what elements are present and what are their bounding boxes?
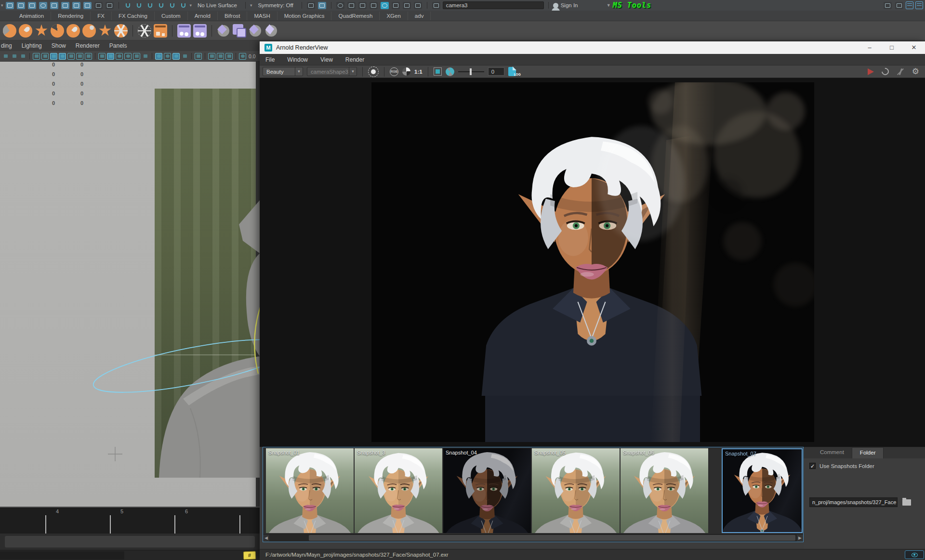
script-editor-icon[interactable]: # [243, 551, 256, 560]
grid-toggle-icon[interactable] [33, 53, 40, 60]
shelf-tab-xgen[interactable]: XGen [380, 12, 408, 20]
snapshot-thumbnail[interactable]: Snapshot_3 [355, 448, 442, 533]
lock-icon[interactable] [94, 2, 103, 9]
scroll-left-arrow[interactable]: ◀ [263, 534, 269, 542]
select-tool-icon[interactable] [6, 2, 14, 9]
bookmark-icon[interactable] [2, 53, 9, 60]
isolate-select-icon[interactable] [195, 53, 202, 60]
maya-viewport[interactable]: 51088500 101399300 50497600 100016500 55… [0, 62, 260, 507]
render-play-icon[interactable] [868, 68, 874, 75]
debug-shading-disabled-icon[interactable] [897, 68, 904, 76]
emit-from-object-icon[interactable] [19, 24, 32, 38]
paint-select-icon[interactable] [28, 2, 36, 9]
shelf-tab-arnold[interactable]: Arnold [188, 12, 218, 20]
mash-eraser-icon[interactable] [264, 24, 278, 38]
wireframe-icon[interactable] [98, 53, 106, 60]
snap-point-icon[interactable] [146, 2, 154, 9]
use-all-lights-icon[interactable] [124, 53, 132, 60]
resolution-gate-icon[interactable] [50, 53, 57, 60]
hypershade-icon[interactable] [381, 2, 389, 9]
exposure-icon[interactable] [181, 53, 188, 60]
use-snapshots-folder-checkbox[interactable]: ✓ [809, 463, 816, 469]
snap-grid-icon[interactable] [124, 2, 132, 9]
symmetry-caret[interactable]: ▾ [250, 3, 252, 8]
shelf-tab-quadremesh[interactable]: QuadRemesh [331, 12, 380, 20]
command-line[interactable]: # [0, 550, 260, 560]
snapshot-thumbnail-selected[interactable]: Snapshot_07 [722, 448, 803, 533]
command-input[interactable] [0, 551, 124, 560]
shelf-tab-custom[interactable]: Custom [155, 12, 188, 20]
symmetry-label[interactable]: Symmetry: Off [258, 2, 293, 8]
cursor-icon[interactable] [106, 2, 114, 9]
move-tool-icon[interactable] [39, 2, 47, 9]
zoom-ratio-label[interactable]: 1:1 [414, 69, 423, 75]
pause-icon[interactable] [414, 2, 422, 9]
scale-tool-icon[interactable] [61, 2, 69, 9]
camera-dropdown[interactable]: cameraShape3 ▼ [307, 67, 357, 76]
panel-menu-show[interactable]: Show [52, 42, 66, 49]
exposure-value-field[interactable]: 0 [488, 67, 504, 76]
shaded-mode-icon[interactable] [107, 53, 114, 60]
renderview-titlebar[interactable]: M Arnold RenderView – □ ✕ [260, 41, 925, 54]
pane-layout-icon[interactable] [307, 2, 315, 9]
shelf-tab-mash[interactable]: MASH [247, 12, 277, 20]
refresh-icon[interactable] [239, 53, 246, 60]
viewer-taskbar-badge[interactable] [905, 550, 924, 559]
panel-menu-shading-partial[interactable]: ding [1, 42, 12, 49]
mash-editor-icon[interactable] [233, 24, 246, 38]
field-chart-icon[interactable] [67, 53, 75, 60]
snap-curve-icon[interactable] [135, 2, 143, 9]
snapshot-thumbnail[interactable]: Snapshot_06 [621, 448, 708, 533]
close-button[interactable]: ✕ [903, 41, 925, 54]
panel-menu-lighting[interactable]: Lighting [22, 42, 42, 49]
character-set-icon[interactable] [19, 53, 26, 60]
exposure-slider[interactable] [458, 71, 484, 72]
bifrost-graph-icon[interactable] [177, 24, 191, 38]
render-sequence-icon[interactable] [392, 2, 400, 9]
brush-icon[interactable] [11, 53, 18, 60]
layer-1-icon[interactable] [208, 53, 215, 60]
log-view-icon[interactable]: LOG [508, 67, 516, 76]
nparticle-burst-icon[interactable] [35, 24, 48, 38]
particle-wedge-icon[interactable] [51, 24, 64, 38]
layer-3-icon[interactable] [225, 53, 233, 60]
aperture-icon[interactable] [446, 67, 454, 76]
outliner-toggle-icon[interactable] [906, 1, 913, 9]
aov-dropdown[interactable]: Beauty ▼ [263, 67, 303, 76]
sign-in-menu[interactable]: Sign In ▼ [553, 2, 611, 8]
range-slider[interactable] [0, 534, 260, 550]
joints-xray-icon[interactable] [164, 53, 171, 60]
render-view-icon[interactable] [336, 2, 344, 9]
snapshot-thumbnail[interactable]: Snapshot_01 [266, 448, 354, 533]
panel-menu-panels[interactable]: Panels [109, 42, 127, 49]
lasso-tool-icon[interactable] [17, 2, 25, 9]
tab-folder[interactable]: Folder [852, 447, 884, 458]
safe-action-icon[interactable] [76, 53, 83, 60]
safe-title-icon[interactable] [85, 53, 92, 60]
scroll-right-arrow[interactable]: ▶ [797, 534, 803, 542]
panel-menu-renderer[interactable]: Renderer [76, 42, 100, 49]
menu-render[interactable]: Render [345, 56, 364, 63]
nucleus-burst-icon[interactable] [98, 24, 112, 38]
snapshot-thumbnail[interactable]: Snapshot_05 [532, 448, 620, 533]
particle-sphere-icon[interactable] [82, 24, 96, 38]
render-display-area[interactable] [260, 78, 925, 447]
tab-comment[interactable]: Comment [812, 447, 852, 458]
snapshot-scrollbar[interactable]: ◀ ▶ [263, 534, 803, 541]
snow-emitter-icon[interactable] [114, 24, 128, 38]
shelf-tab-fx-caching[interactable]: FX Caching [112, 12, 155, 20]
shelf-tab-bifrost[interactable]: Bifrost [218, 12, 248, 20]
camera-name-field[interactable]: camera3 [443, 1, 544, 9]
snap-projected-center-icon[interactable] [157, 2, 165, 9]
snapshot-thumbnail[interactable]: Snapshot_04 [443, 448, 531, 533]
layer-2-icon[interactable] [217, 53, 224, 60]
xray-icon[interactable] [155, 53, 162, 60]
camera-mask-icon[interactable] [172, 53, 180, 60]
time-slider[interactable]: 4 5 6 [0, 507, 260, 534]
bifrost-browser-icon[interactable] [193, 24, 207, 38]
render-current-frame-icon[interactable] [347, 2, 356, 9]
character-controls-icon[interactable] [895, 2, 903, 9]
refresh-render-icon[interactable] [880, 66, 890, 77]
mash-dynamics-icon[interactable] [249, 24, 262, 38]
attribute-editor-toggle-icon[interactable] [915, 1, 923, 9]
